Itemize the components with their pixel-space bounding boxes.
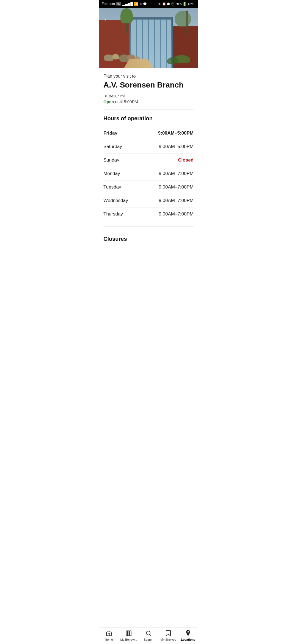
day-saturday: Saturday: [103, 144, 122, 149]
battery-icon: 🔋: [182, 2, 187, 6]
hours-sunday: Closed: [178, 157, 194, 163]
day-friday: Friday: [103, 130, 117, 136]
day-thursday: Thursday: [103, 211, 123, 217]
messenger-icon: 💬: [143, 2, 147, 6]
day-sunday: Sunday: [103, 157, 119, 163]
day-wednesday: Wednesday: [103, 198, 128, 203]
bluetooth-icon: ✱: [167, 2, 170, 6]
hours-thursday: 9:00AM–7:00PM: [159, 211, 194, 217]
hd-badge: HD: [116, 2, 121, 6]
hero-image: ←: [99, 8, 198, 68]
carrier-name: Freedom: [102, 2, 115, 6]
back-arrow-icon: ←: [104, 16, 110, 23]
hours-monday: 9:00AM–7:00PM: [159, 171, 194, 176]
status-bar: Freedom HD ▂▄▆█ 📶 ♫ 💬 👁 ⏰ ✱ 📳 80% 🔋 12:4…: [99, 0, 198, 8]
location-arrow-icon: ◄: [103, 94, 107, 98]
wifi-icon: 📶: [134, 2, 138, 6]
hours-saturday: 9:00AM–5:00PM: [159, 144, 194, 149]
hours-row-monday: Monday 9:00AM–7:00PM: [103, 167, 194, 181]
hours-wednesday: 9:00AM–7:00PM: [159, 198, 194, 203]
section-divider: [103, 110, 194, 110]
open-status-row: Open until 5:00PM: [103, 99, 194, 104]
main-content: Plan your visit to A.V. Sorensen Branch …: [99, 68, 198, 245]
hours-row-wednesday: Wednesday 9:00AM–7:00PM: [103, 194, 194, 208]
open-status-label: Open: [103, 99, 114, 104]
closures-title: Closures: [103, 232, 194, 242]
hours-row-saturday: Saturday 9:00AM–5:00PM: [103, 140, 194, 154]
closures-divider: [103, 226, 194, 227]
alarm-icon: ⏰: [162, 2, 166, 6]
open-until-time: until 5:00PM: [115, 99, 138, 104]
hours-row-thursday: Thursday 9:00AM–7:00PM: [103, 208, 194, 221]
status-right: 👁 ⏰ ✱ 📳 80% 🔋 12:40: [158, 2, 195, 6]
distance-value: 849.7 mi: [109, 94, 125, 98]
battery-percent: 80%: [175, 2, 182, 6]
hours-title: Hours of operation: [103, 115, 194, 122]
signal-icon: ▂▄▆█: [122, 2, 133, 6]
visit-subtitle: Plan your visit to: [103, 74, 194, 79]
day-tuesday: Tuesday: [103, 184, 121, 190]
hours-row-friday: Friday 9:00AM–5:00PM: [103, 127, 194, 140]
vibrate-icon: 📳: [171, 2, 175, 6]
back-button[interactable]: ←: [102, 15, 111, 24]
branch-name: A.V. Sorensen Branch: [103, 80, 194, 90]
day-monday: Monday: [103, 171, 120, 176]
hours-tuesday: 9:00AM–7:00PM: [159, 184, 194, 190]
status-left: Freedom HD ▂▄▆█ 📶 ♫ 💬: [102, 2, 147, 6]
hours-table: Friday 9:00AM–5:00PM Saturday 9:00AM–5:0…: [103, 127, 194, 221]
music-icon: ♫: [139, 2, 142, 6]
clock-time: 12:40: [188, 2, 195, 6]
distance-row: ◄ 849.7 mi: [103, 94, 194, 98]
hours-friday: 9:00AM–5:00PM: [158, 130, 194, 136]
eye-icon: 👁: [158, 2, 161, 6]
hours-row-tuesday: Tuesday 9:00AM–7:00PM: [103, 181, 194, 194]
hours-row-sunday: Sunday Closed: [103, 154, 194, 167]
